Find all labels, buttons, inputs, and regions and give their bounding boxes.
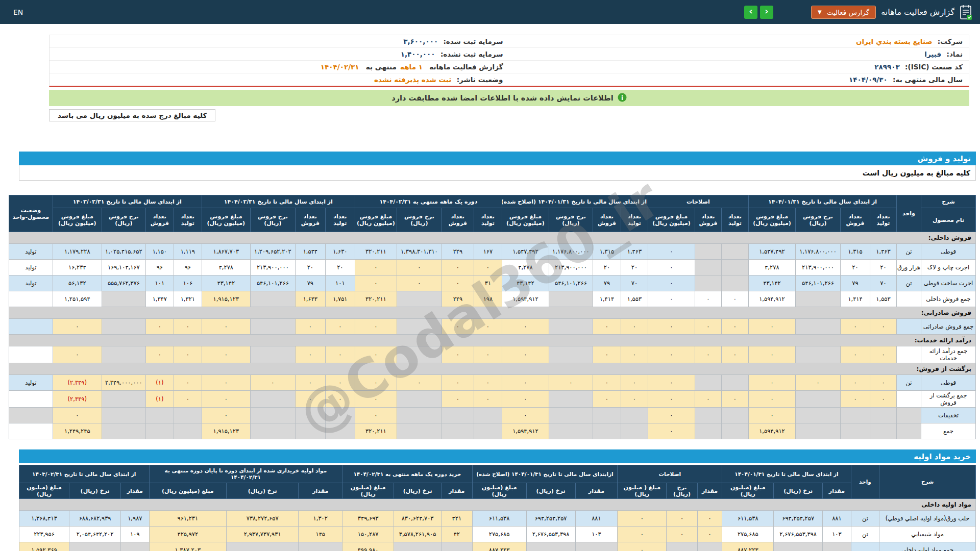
table-group-header-row: شرحواحداز ابتدای سال مالی تا تاریخ ۱۴۰۴/… — [9, 195, 975, 208]
value-cell: ۳۲۰,۲۱۱ — [355, 291, 397, 307]
column-header: تعداد فروش — [442, 208, 474, 232]
column-header: تعداد تولید — [870, 208, 897, 232]
value-cell: ۰ — [325, 346, 355, 363]
column-header: مبلغ (میلیون ریال) — [149, 483, 226, 499]
value-cell — [695, 375, 721, 391]
group-header: از ابتدای سال مالی تا تاریخ ۱۴۰۴/۰۲/۳۱ — [202, 195, 355, 208]
value-cell: ۰ — [250, 375, 295, 391]
data-row: مواد شیمیایيتن۱۰۳۲,۶۷۶,۵۵۳,۳۹۸۲۷۵,۶۸۵۰۰۰… — [19, 527, 976, 542]
value-cell: ۰ — [593, 375, 621, 391]
value-cell: ۰ — [841, 346, 870, 363]
value-cell: ۲۰ — [841, 260, 870, 276]
status-cell — [9, 291, 53, 307]
report-title-cluster: گزارش فعالیت ماهانه گزارش فعالیت ▼ — [811, 5, 973, 20]
company-row: سال مالی منتهی به: ۱۴۰۴/۰۹/۳۰ — [509, 73, 969, 86]
table-sub-header-row: مقدارنرخ (ریال)مبلغ (میلیون ریال)مقدارنر… — [19, 483, 976, 499]
value-cell — [102, 423, 145, 439]
prev-report-button[interactable]: ‹ — [744, 6, 757, 19]
value-cell — [102, 319, 145, 335]
value-cell: ۰ — [667, 511, 698, 527]
value-cell: ۰ — [295, 319, 325, 335]
value-cell — [721, 408, 748, 423]
value-cell: ۰ — [202, 375, 250, 391]
value-cell: ۰ — [397, 375, 442, 391]
unit-header: واحد — [897, 195, 921, 232]
value-cell: ۲۰ — [621, 260, 648, 276]
field-label: شرکت: — [938, 37, 963, 45]
value-cell: ۵۶,۱۳۲ — [53, 276, 102, 291]
value-cell: ۴۳,۱۴۲ — [748, 276, 795, 291]
report-icon — [960, 5, 973, 20]
value-cell: ۰ — [621, 375, 648, 391]
value-cell: ۲۱۳,۹۰۰,۰۰۰ — [250, 260, 295, 276]
unit-cell: تن — [897, 244, 921, 260]
column-header: نرخ فروش (ریال) — [102, 208, 145, 232]
value-cell: ۱,۴۱۴ — [841, 291, 870, 307]
value-cell: ۰ — [295, 375, 325, 391]
value-cell: (۲,۳۴۹) — [53, 375, 102, 391]
group-header: اصلاحات — [648, 195, 748, 208]
column-header: مقدار — [299, 483, 342, 499]
value-cell: ۰ — [53, 408, 102, 423]
language-toggle[interactable]: EN — [13, 8, 23, 16]
value-cell: ۱,۳۸۷,۲۰۳ — [149, 542, 226, 551]
value-cell — [549, 291, 593, 307]
value-cell: ۴۹۹,۹۸۰ — [342, 542, 394, 551]
next-report-button[interactable]: › — [760, 6, 773, 19]
column-header: مبلغ (میلیون ریال) — [342, 483, 394, 499]
value-cell — [145, 408, 174, 423]
value-cell: ۰ — [549, 375, 593, 391]
report-period-link[interactable]: ۱ ماهه — [400, 63, 423, 71]
fiscal-year-end: ۱۴۰۴/۰۹/۳۰ — [849, 76, 888, 84]
field-label: سرمایه ثبت شده: — [443, 37, 503, 45]
value-cell: ۰ — [355, 260, 397, 276]
value-cell — [474, 408, 502, 423]
value-cell: ۱۴۵ — [299, 527, 342, 542]
value-cell — [549, 408, 593, 423]
report-type-dropdown[interactable]: گزارش فعالیت ▼ — [811, 6, 876, 19]
value-cell: ۰ — [695, 391, 721, 408]
column-header: تعداد فروش — [841, 208, 870, 232]
value-cell: ۲,۹۳۷,۷۳۷,۹۳۱ — [227, 527, 299, 542]
company-name-link[interactable]: صنایع بسته بندي ایران — [856, 37, 933, 45]
value-cell: ۰ — [648, 375, 695, 391]
value-cell — [397, 319, 442, 335]
isic-code: ۲۸۹۹۰۳ — [874, 63, 899, 71]
value-cell: ۰ — [502, 391, 549, 408]
value-cell: ۲۲۳,۹۵۶ — [19, 527, 69, 542]
value-cell: ۲۰ — [295, 260, 325, 276]
data-row: جمع برگشت از فروش۰۰۰۰۰۰۰۰۰۰۰۰۰۰۰۰(۱)(۲,۳… — [9, 391, 975, 408]
value-cell — [575, 542, 618, 551]
value-cell: ۰ — [593, 346, 621, 363]
unit-cell — [897, 346, 921, 363]
value-cell: ۰ — [474, 346, 502, 363]
group-header: دوره یک ماهه منتهی به ۱۴۰۴/۰۲/۳۱ — [355, 195, 502, 208]
value-cell: ۱۰۳ — [575, 527, 618, 542]
value-cell — [721, 276, 748, 291]
product-name-cell: تخفیفات — [921, 408, 976, 423]
value-cell: ۴۲۵,۹۷۲ — [149, 527, 226, 542]
value-cell: ۱,۶۳۰ — [325, 244, 355, 260]
value-cell: ۰ — [202, 391, 250, 408]
product-name-cell: مواد شیمیایي — [879, 527, 976, 542]
section-row: مواد اولیه داخلی — [19, 499, 976, 511]
value-cell: ۱,۳۹۸,۳۰۱,۳۱۰ — [397, 244, 442, 260]
value-cell: ۱,۴۶۳ — [621, 244, 648, 260]
value-cell: ۵۴۶,۱۰۱,۲۶۶ — [250, 276, 295, 291]
status-header: وضعیت محصول-واحد — [9, 195, 53, 232]
value-cell: ۰ — [721, 319, 748, 335]
data-row: قوطیتن۱,۴۶۳۱,۳۱۵۱,۱۷۶,۸۰۰,۰۰۰۱,۵۴۷,۴۹۲۰۱… — [9, 244, 975, 260]
value-cell: ۰ — [621, 391, 648, 408]
value-cell: ۰ — [174, 346, 202, 363]
status-cell: تولید — [9, 276, 53, 291]
value-cell: ۰ — [748, 319, 795, 335]
data-row: جمع۱,۵۹۴,۹۱۲۰۱,۵۹۴,۹۱۲۳۲۰,۲۱۱۱,۹۱۵,۱۲۳۱,… — [9, 423, 975, 439]
section-label: برگشت از فروش: — [9, 363, 975, 375]
report-date-link[interactable]: ۱۴۰۴/۰۲/۳۱ — [321, 63, 359, 71]
field-label: کد صنعت (ISIC): — [905, 63, 963, 71]
status-cell: تولید — [9, 375, 53, 391]
column-header: نرخ (ریال) — [667, 483, 698, 499]
value-cell: ۲,۶۷۶,۵۵۳,۳۹۸ — [774, 527, 823, 542]
value-cell: ۱,۹۱۵,۱۲۳ — [202, 423, 250, 439]
value-cell: ۰ — [748, 346, 795, 363]
